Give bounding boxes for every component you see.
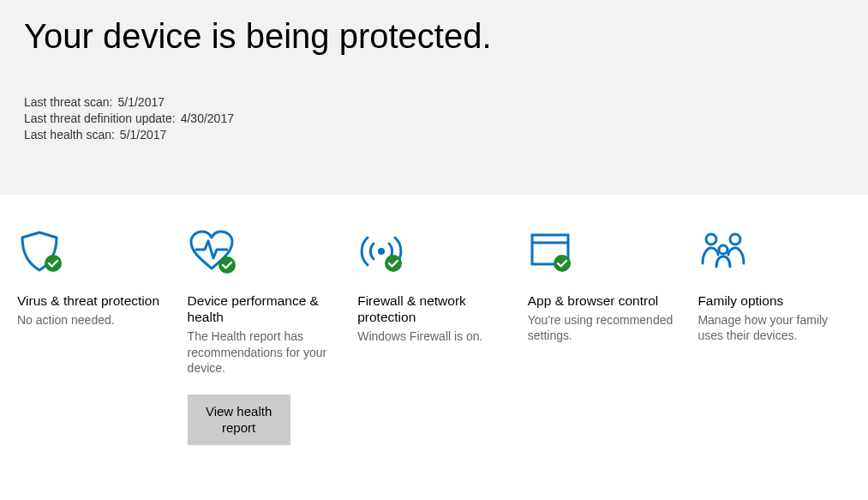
card-desc: The Health report has recommendations fo… [188,328,341,376]
broadcast-icon [357,229,511,277]
card-virus-threat[interactable]: Virus & threat protection No action need… [17,229,171,445]
heart-health-icon [188,229,341,277]
window-icon [528,229,681,277]
svg-point-0 [45,255,62,272]
card-device-health[interactable]: Device performance & health The Health r… [188,229,341,445]
card-app-browser[interactable]: App & browser control You're using recom… [528,229,681,445]
status-row: Last threat definition update: 4/30/2017 [24,111,844,127]
svg-point-9 [719,245,727,254]
checkmark-badge-icon [218,256,236,274]
svg-point-8 [730,234,740,244]
svg-point-2 [378,248,385,255]
svg-point-1 [218,256,236,274]
status-row: Last threat scan: 5/1/2017 [24,94,844,111]
svg-point-3 [385,255,402,272]
checkmark-badge-icon [385,255,402,272]
status-rows: Last threat scan: 5/1/2017 Last threat d… [24,94,844,143]
card-desc: You're using recommended settings. [528,312,681,343]
card-title: Device performance & health [188,292,341,326]
page-title: Your device is being protected. [24,17,844,56]
family-icon [697,229,851,277]
status-value-threat-scan: 5/1/2017 [118,94,165,111]
view-health-report-button[interactable]: View health report [188,395,290,445]
status-value-health-scan: 5/1/2017 [120,127,167,143]
card-title: Firewall & network protection [357,292,511,326]
status-label-definition-update: Last threat definition update: [24,111,176,127]
card-desc: No action needed. [17,312,171,328]
status-label-health-scan: Last health scan: [24,127,115,143]
checkmark-badge-icon [554,255,571,272]
cards-section: Virus & threat protection No action need… [0,195,868,462]
checkmark-badge-icon [45,255,62,272]
status-label-threat-scan: Last threat scan: [24,94,113,111]
card-desc: Windows Firewall is on. [357,328,511,344]
shield-icon [17,229,171,277]
status-row: Last health scan: 5/1/2017 [24,127,844,143]
card-title: App & browser control [528,292,681,309]
card-desc: Manage how your family uses their device… [697,312,851,343]
card-title: Virus & threat protection [17,292,171,309]
header-section: Your device is being protected. Last thr… [0,0,868,195]
card-title: Family options [697,292,851,309]
svg-point-6 [554,255,571,272]
svg-point-7 [706,234,716,244]
card-firewall-network[interactable]: Firewall & network protection Windows Fi… [357,229,511,445]
status-value-definition-update: 4/30/2017 [181,111,234,127]
card-family-options[interactable]: Family options Manage how your family us… [697,229,851,445]
